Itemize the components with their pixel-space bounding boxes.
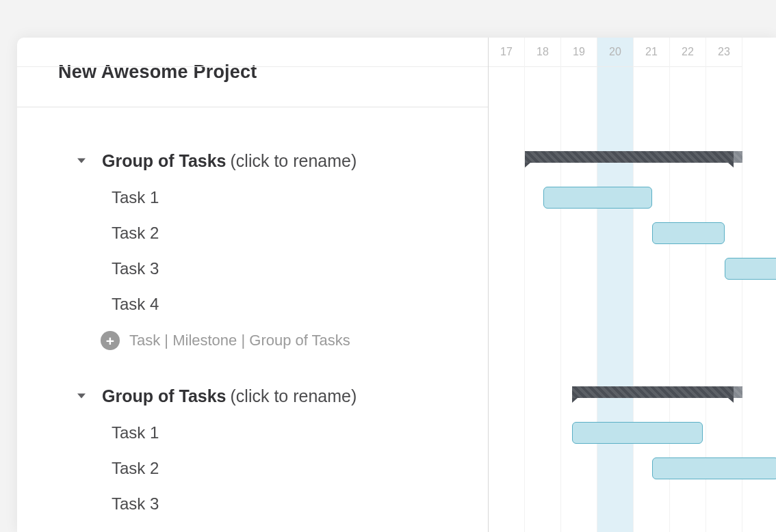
task-bar[interactable]: [652, 457, 777, 479]
group-title[interactable]: Group of Tasks (click to rename): [102, 386, 357, 406]
task-bar[interactable]: [572, 422, 703, 444]
task-bar[interactable]: [652, 222, 725, 244]
group-title[interactable]: Group of Tasks (click to rename): [102, 151, 357, 171]
group-summary-bar-tail: [734, 151, 742, 163]
group-summary-bar[interactable]: [572, 386, 734, 398]
task-row[interactable]: Task 1: [17, 415, 488, 451]
task-list-pane: New Awesome Project Group of Tasks (clic…: [17, 38, 488, 532]
task-bar[interactable]: [543, 187, 652, 209]
task-bar[interactable]: [725, 258, 777, 280]
task-label: Task 1: [112, 188, 159, 207]
chevron-down-icon[interactable]: [77, 159, 86, 163]
workspace-card: New Awesome Project Group of Tasks (clic…: [17, 38, 776, 532]
group-title-bold: Group of Tasks: [102, 151, 227, 171]
group-title-hint: (click to rename): [231, 386, 357, 406]
chevron-down-icon[interactable]: [77, 394, 86, 399]
plus-icon[interactable]: +: [101, 331, 120, 350]
task-label: Task 4: [112, 295, 159, 314]
project-title[interactable]: New Awesome Project: [58, 62, 257, 83]
task-row[interactable]: Task 2: [17, 451, 488, 486]
task-label: Task 3: [112, 259, 159, 278]
task-row[interactable]: Task 2: [17, 215, 488, 251]
add-item-label: Task | Milestone | Group of Tasks: [129, 332, 350, 349]
add-item-row[interactable]: +Task | Milestone | Group of Tasks: [101, 322, 488, 359]
group-title-bold: Group of Tasks: [102, 386, 227, 406]
group-summary-bar[interactable]: [525, 151, 734, 163]
task-group-header[interactable]: Group of Tasks (click to rename): [17, 142, 488, 180]
task-group-header[interactable]: Group of Tasks (click to rename): [17, 377, 488, 415]
task-row[interactable]: Task 1: [17, 180, 488, 215]
timeline-pane: 17181920212223: [488, 38, 776, 532]
task-row[interactable]: Task 4: [17, 287, 488, 322]
task-row[interactable]: Task 3: [17, 486, 488, 522]
task-label: Task 2: [112, 224, 159, 243]
task-label: Task 3: [112, 494, 159, 514]
task-label: Task 1: [112, 423, 159, 442]
project-header: New Awesome Project: [17, 38, 488, 107]
task-label: Task 2: [112, 459, 159, 478]
group-title-hint: (click to rename): [231, 151, 357, 171]
group-summary-bar-tail: [734, 386, 742, 398]
task-row[interactable]: Task 3: [17, 251, 488, 287]
